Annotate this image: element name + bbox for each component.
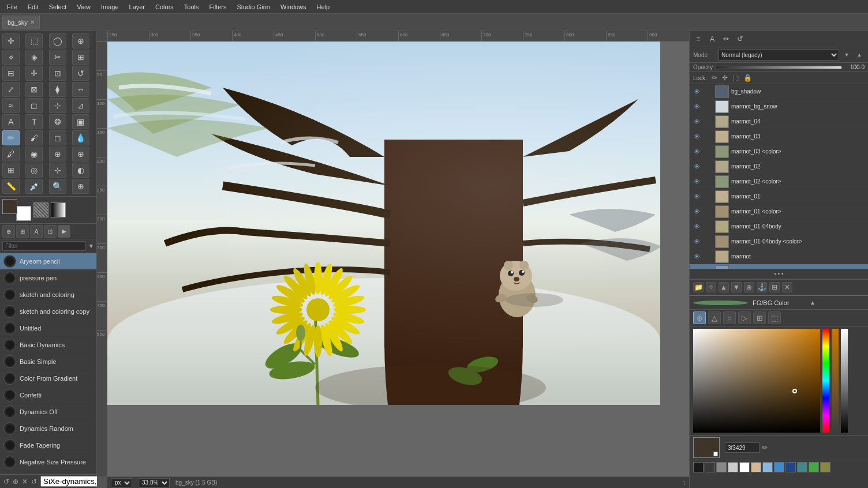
bottom-icon-2[interactable]: ⊕ xyxy=(13,476,18,487)
layer-item-10[interactable]: 👁marmot_01-04body <color> xyxy=(690,234,868,249)
duplicate-layer-icon[interactable]: ⊕ xyxy=(744,282,754,292)
tool-mybrush[interactable]: ◉ xyxy=(25,147,43,162)
menu-edit[interactable]: Edit xyxy=(23,2,43,12)
tool-text2[interactable]: T xyxy=(25,114,43,129)
swatch-olive[interactable] xyxy=(820,462,830,472)
tool-script[interactable]: ⊕ xyxy=(72,179,89,194)
layer-visibility-icon[interactable]: 👁 xyxy=(692,117,701,126)
tool-smudge[interactable]: ⊞ xyxy=(2,163,20,178)
color-circle-icon[interactable]: ○ xyxy=(723,311,736,324)
bottom-icon-3[interactable]: ✕ xyxy=(22,476,28,487)
alpha-bar[interactable] xyxy=(832,329,839,433)
brush-item-2[interactable]: sketch and coloring xyxy=(0,287,96,303)
layer-item-1[interactable]: 👁marmot_bg_snow xyxy=(690,99,868,114)
tool-extra-1[interactable]: ⊕ xyxy=(2,225,15,238)
color-spinbox-icon[interactable]: ▷ xyxy=(738,311,751,324)
undo-icon[interactable]: ↺ xyxy=(735,34,745,44)
tool-transform-3d[interactable]: ◻ xyxy=(25,98,43,113)
swatch-green[interactable] xyxy=(809,462,819,472)
layer-visibility-icon[interactable]: 👁 xyxy=(692,132,701,141)
menu-image[interactable]: Image xyxy=(96,2,124,12)
color-triangle-icon[interactable]: △ xyxy=(708,311,721,324)
brush-item-5[interactable]: Basic Dynamics xyxy=(0,337,96,354)
tool-paintbrush[interactable]: 🖌 xyxy=(25,130,43,145)
swatch-blue[interactable] xyxy=(774,462,784,472)
tool-clone[interactable]: ⊕ xyxy=(72,147,89,162)
tool-free-select[interactable]: ⊕ xyxy=(72,33,89,48)
layer-item-7[interactable]: 👁marmot_01 xyxy=(690,189,868,204)
tool-ellipse-select[interactable]: ◯ xyxy=(49,33,66,48)
swatch-black[interactable] xyxy=(693,462,704,472)
zoom-select[interactable]: 33.8% xyxy=(138,478,170,487)
swatch-lightblue[interactable] xyxy=(762,462,773,472)
layer-visibility-icon[interactable]: 👁 xyxy=(692,102,701,111)
tool-pencil[interactable]: ✏ xyxy=(2,130,20,145)
brush-item-6[interactable]: Basic Simple xyxy=(0,354,96,370)
layer-item-8[interactable]: 👁marmot_01 <color> xyxy=(690,204,868,219)
tool-color-balance[interactable]: ⊹ xyxy=(49,163,66,178)
delete-layer-icon[interactable]: ✕ xyxy=(782,282,792,292)
paths-icon[interactable]: ✏ xyxy=(721,34,731,44)
brush-item-11[interactable]: Fade Tapering xyxy=(0,437,96,454)
color-wheel-icon[interactable]: ⊕ xyxy=(693,311,706,324)
menu-layer[interactable]: Layer xyxy=(125,2,150,12)
swatch-lightgray[interactable] xyxy=(728,462,738,472)
tool-perspective[interactable]: ⧫ xyxy=(49,82,66,97)
tool-crop[interactable]: ⊡ xyxy=(49,66,66,81)
brush-item-0[interactable]: Aryeom pencil xyxy=(0,253,96,270)
tool-heal[interactable]: ⊕ xyxy=(49,147,66,162)
menu-colors[interactable]: Colors xyxy=(151,2,178,12)
tool-gradient[interactable]: ▣ xyxy=(72,114,89,129)
layer-visibility-icon[interactable]: 👁 xyxy=(692,222,701,231)
anchor-layer-icon[interactable]: ⚓ xyxy=(757,282,767,292)
tool-select-by-color[interactable]: ◈ xyxy=(25,50,43,65)
merge-layer-icon[interactable]: ⊞ xyxy=(769,282,780,292)
layer-visibility-icon[interactable]: 👁 xyxy=(692,207,701,216)
layer-visibility-icon[interactable]: 👁 xyxy=(692,192,701,201)
layer-visibility-icon[interactable]: 👁 xyxy=(692,177,701,186)
lock-all-icon[interactable]: 🔒 xyxy=(743,74,752,82)
lock-pixels-icon[interactable]: ✏ xyxy=(712,74,717,82)
canvas-wrapper[interactable] xyxy=(107,42,689,476)
tool-cage-transform[interactable]: ⊿ xyxy=(72,98,89,113)
collapse-panel[interactable]: ▶ xyxy=(58,225,70,238)
tab-close-button[interactable]: ✕ xyxy=(30,19,35,25)
mode-select[interactable]: Normal (legacy) xyxy=(719,49,839,61)
swatch-darkgray[interactable] xyxy=(705,462,715,472)
color-panel-expand[interactable]: ▲ xyxy=(810,299,865,306)
swatch-gray[interactable] xyxy=(716,462,727,472)
menu-view[interactable]: View xyxy=(72,2,95,12)
tool-flip[interactable]: ↔ xyxy=(72,82,89,97)
layer-item-11[interactable]: 👁marmot xyxy=(690,249,868,264)
brush-item-4[interactable]: Untitled xyxy=(0,320,96,337)
menu-file[interactable]: File xyxy=(2,2,22,12)
tool-warp[interactable]: ≈ xyxy=(2,98,20,113)
brush-item-9[interactable]: Dynamics Off xyxy=(0,404,96,421)
color-palette-icon[interactable]: ⊞ xyxy=(753,311,766,324)
layer-item-12[interactable]: 👁bg xyxy=(690,264,868,269)
menu-select[interactable]: Select xyxy=(44,2,72,12)
tool-color-picker[interactable]: 💉 xyxy=(25,179,43,194)
lower-layer-icon[interactable]: ▼ xyxy=(731,282,742,292)
layer-item-9[interactable]: 👁marmot_01-04body xyxy=(690,219,868,234)
foreground-color-swatch[interactable] xyxy=(2,199,17,214)
layer-visibility-icon[interactable]: 👁 xyxy=(692,87,701,96)
tool-measure[interactable]: 📏 xyxy=(2,179,20,194)
tool-eraser[interactable]: ◻ xyxy=(49,130,66,145)
brush-item-1[interactable]: pressure pen xyxy=(0,270,96,287)
tool-extra-2[interactable]: ⊞ xyxy=(16,225,29,238)
brush-item-8[interactable]: Confetti xyxy=(0,387,96,404)
color-watercolor-icon[interactable]: ⬚ xyxy=(768,311,781,324)
layer-item-2[interactable]: 👁marmot_04 xyxy=(690,114,868,129)
tool-align[interactable]: ⊟ xyxy=(2,66,20,81)
tool-extra-3[interactable]: A xyxy=(30,225,43,238)
layer-more-dots[interactable]: • • • xyxy=(774,271,783,277)
new-layer-icon[interactable]: + xyxy=(706,282,716,292)
bottom-icon-4[interactable]: ↺ xyxy=(31,476,37,487)
sv-cursor[interactable] xyxy=(792,389,797,393)
layer-visibility-icon[interactable]: 👁 xyxy=(692,252,701,261)
brush-item-7[interactable]: Color From Gradient xyxy=(0,370,96,387)
canvas-image[interactable] xyxy=(107,42,660,405)
gradient-swatch[interactable] xyxy=(51,202,66,217)
tool-scale[interactable]: ⤢ xyxy=(2,82,20,97)
